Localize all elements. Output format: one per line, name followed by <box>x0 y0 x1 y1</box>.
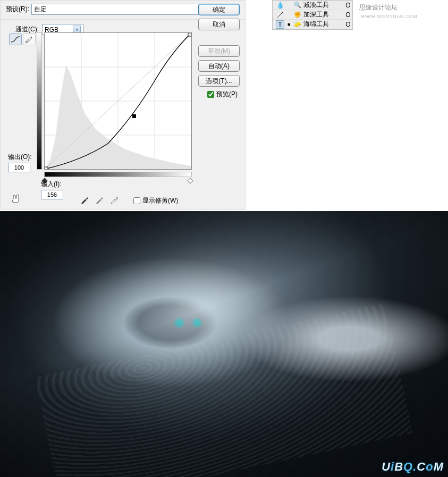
preset-dropdown[interactable]: 自定 ▾ <box>31 4 227 15</box>
tool-shortcut: O <box>344 2 352 9</box>
show-clipping-label: 显示修剪(W) <box>142 196 178 205</box>
curve-graph[interactable] <box>44 32 192 170</box>
curve-graph-area <box>44 32 192 172</box>
eyedropper-icon <box>80 196 89 204</box>
show-clipping-checkbox[interactable] <box>133 197 140 204</box>
watermark-site-cn: 思缘设计论坛 <box>359 4 398 11</box>
curve-point-shadow[interactable] <box>45 167 48 169</box>
preview-checkbox[interactable] <box>207 91 214 98</box>
hand-icon <box>10 193 21 204</box>
curve-point-highlight[interactable] <box>188 33 191 36</box>
tool-row-burn[interactable]: ✊ 加深工具 O <box>273 10 352 20</box>
output-input[interactable] <box>8 163 30 172</box>
curve-point-selected[interactable] <box>132 114 136 118</box>
eyedropper-group <box>79 195 120 205</box>
output-block: 输出(O): <box>8 153 32 172</box>
auto-button[interactable]: 自动(A) <box>198 60 240 72</box>
preview-check[interactable]: 预览(P) <box>207 90 238 99</box>
tool-label: 加深工具 <box>302 10 344 19</box>
tool-label: 海绵工具 <box>302 20 344 29</box>
show-clipping-check[interactable]: 显示修剪(W) <box>133 196 178 205</box>
preset-label: 预设(R): <box>6 5 29 14</box>
curve-svg <box>45 33 191 169</box>
curve-mode-tools <box>9 34 36 45</box>
dodge-icon: 🔍 <box>293 2 302 9</box>
pencil-icon <box>24 36 34 43</box>
preset-value: 自定 <box>34 5 47 14</box>
input-gradient <box>44 172 192 177</box>
eyedropper-icon <box>110 196 119 204</box>
artwork-watermark: UiBQ.CoM <box>382 460 444 474</box>
curve-pencil-tool[interactable] <box>23 34 36 45</box>
sponge-icon: 🧽 <box>293 21 302 28</box>
eyedropper-black[interactable] <box>79 195 90 205</box>
channel-label: 通道(C): <box>15 25 39 34</box>
watermark-site-url: WWW.MISSYUAN.COM <box>361 14 417 19</box>
eyedropper-gray[interactable] <box>94 195 105 205</box>
smooth-button: 平滑(M) <box>198 45 240 57</box>
curve-point-tool[interactable] <box>9 34 22 45</box>
tool-label: 减淡工具 <box>302 1 344 10</box>
options-button[interactable]: 选项(T)... <box>198 75 240 87</box>
tool-row-dodge[interactable]: 💧 🔍 减淡工具 O <box>273 1 352 10</box>
dialog-buttons: 确定 取消 平滑(M) 自动(A) 选项(T)... <box>198 4 240 87</box>
selection-dot: ■ <box>288 22 293 27</box>
input-label: 输入(I): <box>41 180 63 189</box>
curve-icon <box>11 36 20 43</box>
input-block: 输入(I): <box>41 180 63 199</box>
watermark-top: 思缘设计论坛 WWW.MISSYUAN.COM <box>359 3 448 20</box>
path-tool-icon <box>276 11 284 19</box>
ok-button[interactable]: 确定 <box>198 4 240 15</box>
input-input[interactable] <box>41 190 63 199</box>
on-image-adjust-tool[interactable] <box>10 193 21 204</box>
tool-shortcut: O <box>344 11 352 19</box>
output-label: 输出(O): <box>8 153 32 162</box>
input-slider-white[interactable] <box>187 178 193 183</box>
eyedropper-white[interactable] <box>109 195 120 205</box>
tool-row-sponge[interactable]: T ■ 🧽 海绵工具 O <box>273 20 352 29</box>
burn-icon: ✊ <box>293 11 302 18</box>
tool-shortcut: O <box>344 21 352 28</box>
curves-dialog: 预设(R): 自定 ▾ 通道(C): RGB ▾ <box>0 0 246 210</box>
preview-label: 预览(P) <box>216 90 238 99</box>
artwork-image: UiBQ.CoM <box>0 211 448 477</box>
output-gradient <box>37 32 42 170</box>
blur-tool-icon: 💧 <box>276 1 284 10</box>
tool-flyout-panel: 💧 🔍 减淡工具 O ✊ 加深工具 O T ■ 🧽 海绵工具 O <box>272 0 353 30</box>
type-tool-icon: T <box>276 20 284 29</box>
eyedropper-icon <box>95 196 104 204</box>
cancel-button[interactable]: 取消 <box>198 19 240 30</box>
